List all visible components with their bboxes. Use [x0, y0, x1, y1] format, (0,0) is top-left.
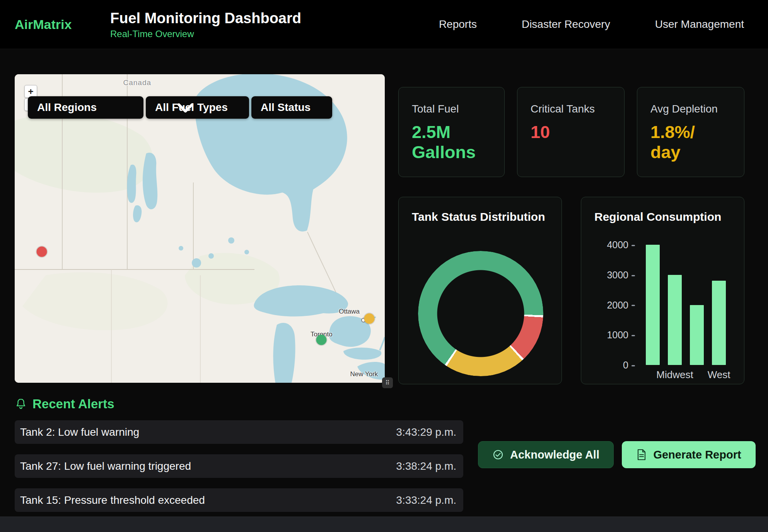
bar-2 [690, 305, 704, 365]
page-subtitle: Real-Time Overview [110, 29, 439, 39]
nav-user-management[interactable]: User Management [655, 18, 744, 31]
bell-icon [15, 398, 26, 410]
y-tick: 4000 [607, 239, 635, 251]
map-label-ottawa: Ottawa [339, 308, 360, 315]
app-header: AirMatrix Fuel Monitoring Dashboard Real… [0, 0, 768, 49]
acknowledge-all-label: Acknowledge All [510, 448, 599, 461]
map-marker-normal[interactable] [316, 335, 327, 345]
stat-label: Critical Tanks [531, 103, 611, 115]
alert-time: 3:38:24 p.m. [396, 460, 456, 472]
generate-report-label: Generate Report [653, 448, 741, 461]
regional-bars[interactable] [646, 245, 726, 365]
bar-0 [646, 245, 660, 365]
bar-label [690, 369, 704, 381]
stat-value-total-fuel: 2.5M Gallons [412, 122, 491, 162]
alert-message: Tank 15: Pressure threshold exceeded [20, 494, 205, 506]
alert-message: Tank 27: Low fuel warning triggered [20, 460, 191, 472]
resize-drag-handle[interactable]: ⠿ [382, 377, 393, 388]
alert-message: Tank 2: Low fuel warning [20, 426, 139, 438]
regional-consumption-title: Regional Consumption [594, 210, 721, 223]
map-marker-critical[interactable] [36, 246, 47, 257]
header-titles: Fuel Monitoring Dashboard Real-Time Over… [110, 10, 439, 39]
alerts-title: Recent Alerts [32, 397, 114, 411]
stat-card-avg-depletion: Avg Depletion 1.8%/ day [637, 87, 744, 177]
regional-y-axis: 01000200030004000 [581, 245, 635, 365]
y-tick: 0 [623, 360, 635, 371]
acknowledge-all-button[interactable]: Acknowledge All [478, 441, 614, 468]
bar-West [712, 281, 726, 365]
y-tick: 2000 [607, 299, 635, 310]
map[interactable]: Canada Ottawa Toronto New York + − All R… [15, 74, 385, 383]
map-label-new-york: New York [350, 370, 378, 378]
tank-status-card: Tank Status Distribution [398, 197, 562, 384]
nav-reports[interactable]: Reports [439, 18, 477, 31]
map-marker-warning[interactable] [364, 314, 374, 324]
chevron-down-icon [33, 96, 338, 119]
bar-label: West [712, 369, 726, 381]
alert-time: 3:33:24 p.m. [396, 494, 456, 506]
y-tick: 3000 [607, 269, 635, 280]
generate-report-button[interactable]: Generate Report [622, 441, 756, 468]
nav-disaster-recovery[interactable]: Disaster Recovery [522, 18, 610, 31]
bar-label: Midwest [668, 369, 682, 381]
map-filter-bar: All Regions All Fuel Types All Status [28, 96, 332, 119]
brand-logo[interactable]: AirMatrix [15, 17, 110, 32]
stat-value-critical-tanks: 10 [531, 122, 611, 142]
fuel-monitoring-dashboard: AirMatrix Fuel Monitoring Dashboard Real… [0, 0, 768, 532]
page-title: Fuel Monitoring Dashboard [110, 10, 439, 27]
status-filter-dropdown[interactable]: All Status [251, 96, 332, 119]
stat-card-total-fuel: Total Fuel 2.5M Gallons [398, 87, 505, 177]
stat-label: Total Fuel [412, 103, 491, 115]
stat-card-critical-tanks: Critical Tanks 10 [517, 87, 625, 177]
stat-value-avg-depletion: 1.8%/ day [650, 122, 731, 162]
alert-row[interactable]: Tank 27: Low fuel warning triggered 3:38… [15, 454, 463, 478]
tank-status-donut[interactable] [418, 251, 543, 376]
check-circle-icon [492, 449, 504, 460]
regional-consumption-card: Regional Consumption 01000200030004000 M… [581, 197, 744, 384]
alerts-header: Recent Alerts [15, 397, 114, 411]
main-nav: Reports Disaster Recovery User Managemen… [439, 18, 744, 31]
alert-row[interactable]: Tank 15: Pressure threshold exceeded 3:3… [15, 488, 463, 512]
y-tick: 1000 [607, 329, 635, 341]
tank-status-title: Tank Status Distribution [412, 210, 545, 223]
bottom-bar [0, 517, 768, 532]
regional-bar-labels: MidwestWest [646, 369, 726, 381]
map-label-canada: Canada [123, 78, 151, 87]
alert-time: 3:43:29 p.m. [396, 426, 456, 438]
stat-label: Avg Depletion [650, 103, 731, 115]
document-icon [636, 449, 647, 460]
bar-Midwest [668, 275, 682, 365]
alert-row[interactable]: Tank 2: Low fuel warning 3:43:29 p.m. [15, 420, 463, 444]
